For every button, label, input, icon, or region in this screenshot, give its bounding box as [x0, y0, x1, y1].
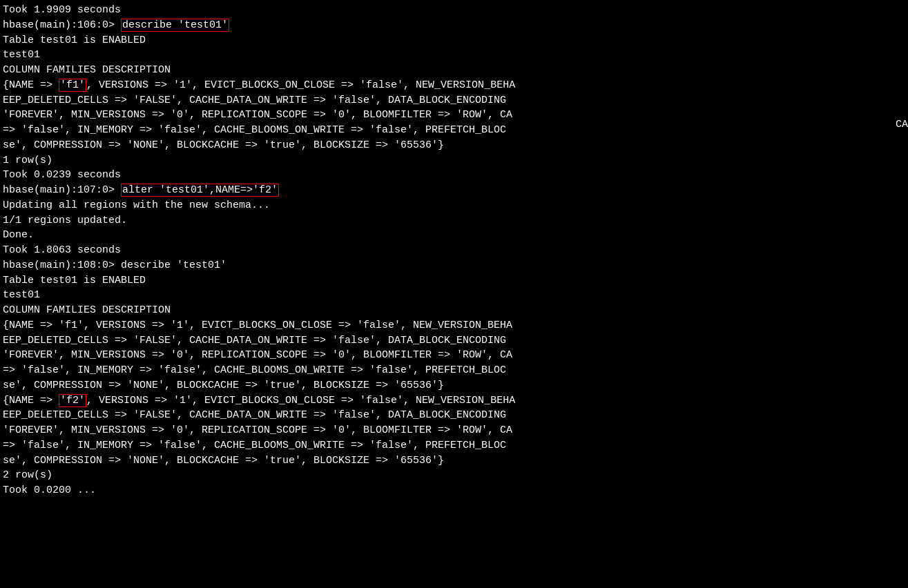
output-line-13: hbase(main):107:0> alter 'test01',NAME=>…	[3, 183, 908, 198]
output-line-3: Table test01 is ENABLED	[3, 33, 908, 48]
f2-highlight: 'f2'	[59, 394, 86, 407]
ca-label: CA	[896, 117, 908, 133]
output-line-20: test01	[3, 288, 908, 303]
output-line-4: test01	[3, 48, 908, 63]
cmd-describe-test01: describe 'test01'	[121, 19, 229, 32]
output-line-31: se', COMPRESSION => 'NONE', BLOCKCACHE =…	[3, 453, 908, 469]
f1-highlight-1: 'f1'	[59, 79, 86, 92]
cmd-alter-test01: alter 'test01',NAME=>'f2'	[121, 184, 279, 197]
output-line-30: => 'false', IN_MEMORY => 'false', CACHE_…	[3, 438, 908, 453]
terminal: Took 1.9909 seconds hbase(main):106:0> d…	[0, 0, 908, 588]
output-line-12: Took 0.0239 seconds	[3, 168, 908, 183]
output-line-18: hbase(main):108:0> describe 'test01'	[3, 258, 908, 273]
output-line-11: 1 row(s)	[3, 153, 908, 168]
output-line-2: hbase(main):106:0> describe 'test01'	[3, 18, 908, 33]
output-line-16: Done.	[3, 228, 908, 243]
output-line-15: 1/1 regions updated.	[3, 213, 908, 228]
output-line-27: {NAME => 'f2', VERSIONS => '1', EVICT_BL…	[3, 393, 908, 409]
output-line-10: se', COMPRESSION => 'NONE', BLOCKCACHE =…	[3, 138, 908, 153]
output-line-24: 'FOREVER', MIN_VERSIONS => '0', REPLICAT…	[3, 348, 908, 363]
output-line-26: se', COMPRESSION => 'NONE', BLOCKCACHE =…	[3, 378, 908, 393]
prompt-106: hbase(main):106:0>	[3, 19, 121, 31]
output-line-5: COLUMN FAMILIES DESCRIPTION	[3, 63, 908, 78]
output-line-9: => 'false', IN_MEMORY => 'false', CACHE_…	[3, 123, 908, 138]
output-line-25: => 'false', IN_MEMORY => 'false', CACHE_…	[3, 363, 908, 378]
output-line-29: 'FOREVER', MIN_VERSIONS => '0', REPLICAT…	[3, 423, 908, 438]
prompt-107: hbase(main):107:0>	[3, 184, 121, 196]
output-line-33: Took 0.0200 ...	[3, 483, 908, 498]
output-line-8: 'FOREVER', MIN_VERSIONS => '0', REPLICAT…	[3, 108, 908, 123]
output-line-19: Table test01 is ENABLED	[3, 273, 908, 288]
output-line-14: Updating all regions with the new schema…	[3, 198, 908, 213]
output-line-22: {NAME => 'f1', VERSIONS => '1', EVICT_BL…	[3, 318, 908, 333]
output-line-21: COLUMN FAMILIES DESCRIPTION	[3, 303, 908, 318]
output-line-6: {NAME => 'f1', VERSIONS => '1', EVICT_BL…	[3, 78, 908, 93]
output-line-1: Took 1.9909 seconds	[3, 3, 908, 18]
output-line-23: EEP_DELETED_CELLS => 'FALSE', CACHE_DATA…	[3, 333, 908, 349]
output-line-7: EEP_DELETED_CELLS => 'FALSE', CACHE_DATA…	[3, 93, 908, 108]
output-line-17: Took 1.8063 seconds	[3, 243, 908, 258]
output-line-32: 2 row(s)	[3, 468, 908, 483]
output-line-28: EEP_DELETED_CELLS => 'FALSE', CACHE_DATA…	[3, 408, 908, 423]
